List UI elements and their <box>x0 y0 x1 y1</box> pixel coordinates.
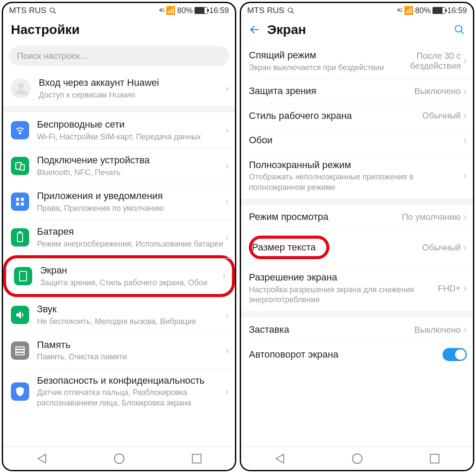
screen-icon <box>14 267 32 285</box>
page-title: Экран <box>267 22 447 37</box>
chevron-right-icon: › <box>225 160 229 172</box>
row-security[interactable]: Безопасность и конфиденциальностьДатчик … <box>3 368 235 414</box>
nav-recent[interactable] <box>192 454 201 463</box>
sound-icon <box>11 306 29 324</box>
row-sleep[interactable]: Спящий режимЭкран выключается при бездей… <box>241 43 473 79</box>
nav-back[interactable] <box>275 453 285 464</box>
divider <box>241 311 473 318</box>
svg-line-1 <box>54 11 55 13</box>
account-row[interactable]: Вход через аккаунт Huawei Доступ к серви… <box>3 71 235 106</box>
svg-point-3 <box>19 132 20 134</box>
svg-line-18 <box>292 11 293 13</box>
chevron-right-icon: › <box>463 85 467 97</box>
network-icon: 4G <box>397 8 402 13</box>
account-title: Вход через аккаунт Huawei <box>39 77 225 89</box>
svg-marker-21 <box>276 454 284 463</box>
nav-bar <box>3 446 235 470</box>
row-sound[interactable]: ЗвукНе беспокоить, Мелодия вызова, Вибра… <box>3 297 235 333</box>
chevron-right-icon: › <box>225 385 229 398</box>
svg-rect-13 <box>16 347 24 349</box>
header: Настройки <box>3 17 235 43</box>
phone-display-settings: MTS RUS 4G 📶 80% 16:59 Экран Спящий режи… <box>240 2 474 471</box>
phone-settings: MTS RUS 4G 📶 80% 16:59 Настройки Поиск н… <box>2 2 236 471</box>
toggle-auto-rotate[interactable] <box>442 348 467 361</box>
chevron-right-icon: › <box>463 134 467 146</box>
chevron-right-icon: › <box>463 110 467 122</box>
clock: 16:59 <box>447 6 467 15</box>
svg-rect-14 <box>16 350 24 352</box>
search-input[interactable]: Поиск настроек... <box>9 46 229 66</box>
display-content[interactable]: Спящий режимЭкран выключается при бездей… <box>241 43 473 446</box>
row-home-style[interactable]: Стиль рабочего экрана Обычный › <box>241 104 473 128</box>
search-icon <box>287 7 295 14</box>
avatar-icon <box>11 78 31 98</box>
svg-rect-9 <box>21 203 24 206</box>
row-value: После 30 с бездействия <box>391 51 461 71</box>
carrier-label: MTS RUS <box>9 6 47 15</box>
divider <box>3 106 235 112</box>
header: Экран <box>241 17 473 43</box>
nav-bar <box>241 446 473 470</box>
chevron-right-icon: › <box>225 82 229 95</box>
page-title: Настройки <box>11 22 227 37</box>
apps-icon <box>11 193 29 211</box>
status-bar: MTS RUS 4G 📶 80% 16:59 <box>3 3 235 17</box>
svg-point-17 <box>288 8 292 12</box>
settings-content[interactable]: Поиск настроек... Вход через аккаунт Hua… <box>3 43 235 446</box>
row-battery[interactable]: БатареяРежим энергосбережения, Использов… <box>3 220 235 255</box>
row-wireless[interactable]: Беспроводные сетиWi-Fi, Настройки SIM-ка… <box>3 112 235 148</box>
row-eye-comfort[interactable]: Защита зрения Выключено › <box>241 79 473 104</box>
row-apps[interactable]: Приложения и уведомленияПрава, Приложени… <box>3 184 235 220</box>
svg-line-20 <box>461 31 464 34</box>
storage-icon <box>11 341 29 360</box>
carrier-label: MTS RUS <box>247 6 285 15</box>
row-resolution[interactable]: Разрешение экранаНастройка разрешения эк… <box>241 265 473 311</box>
svg-marker-16 <box>38 454 46 463</box>
row-wallpaper[interactable]: Обои › <box>241 128 473 153</box>
search-button[interactable] <box>454 24 465 35</box>
nav-home[interactable] <box>352 453 362 464</box>
chevron-right-icon: › <box>225 345 229 357</box>
chevron-right-icon: › <box>463 282 467 294</box>
chevron-right-icon: › <box>222 270 226 282</box>
row-screen[interactable]: ЭкранЗащита зрения, Стиль рабочего экран… <box>3 255 235 297</box>
svg-rect-10 <box>17 233 23 242</box>
svg-rect-5 <box>20 165 24 170</box>
signal-icon: 📶 <box>166 6 175 15</box>
row-text-size[interactable]: Размер текста Обычный › <box>241 230 473 266</box>
svg-rect-11 <box>19 232 21 233</box>
chevron-right-icon: › <box>463 169 467 182</box>
svg-rect-12 <box>20 271 27 281</box>
svg-point-0 <box>50 8 54 12</box>
svg-rect-6 <box>16 198 19 201</box>
chevron-right-icon: › <box>225 124 229 136</box>
row-view-mode[interactable]: Режим просмотра По умолчанию › <box>241 205 473 230</box>
svg-rect-8 <box>16 203 19 206</box>
row-devices[interactable]: Подключение устройстваBluetooth, NFC, Пе… <box>3 148 235 184</box>
network-icon: 4G <box>159 8 164 13</box>
row-memory[interactable]: ПамятьПамять, Очистка памяти › <box>3 333 235 368</box>
chevron-right-icon: › <box>463 241 467 253</box>
back-button[interactable] <box>249 24 260 35</box>
svg-point-19 <box>455 25 462 32</box>
status-bar: MTS RUS 4G 📶 80% 16:59 <box>241 3 473 17</box>
nav-back[interactable] <box>37 453 47 464</box>
nav-recent[interactable] <box>430 454 439 463</box>
battery-icon <box>194 7 208 14</box>
account-sub: Доступ к сервисам Huawei <box>39 90 225 100</box>
divider <box>241 199 473 205</box>
wifi-icon <box>11 121 29 139</box>
shield-icon <box>11 382 29 401</box>
row-auto-rotate[interactable]: Автоповорот экрана <box>241 342 473 367</box>
battery-icon <box>432 7 446 14</box>
signal-icon: 📶 <box>404 6 413 15</box>
chevron-right-icon: › <box>463 211 467 223</box>
devices-icon <box>11 157 29 175</box>
clock: 16:59 <box>209 6 229 15</box>
chevron-right-icon: › <box>463 324 467 336</box>
nav-home[interactable] <box>114 453 124 464</box>
search-icon <box>49 7 57 14</box>
row-screensaver[interactable]: Заставка Выключено › <box>241 318 473 342</box>
row-fullscreen[interactable]: Полноэкранный режимОтображать неполноэкр… <box>241 153 473 199</box>
svg-point-2 <box>18 83 24 89</box>
